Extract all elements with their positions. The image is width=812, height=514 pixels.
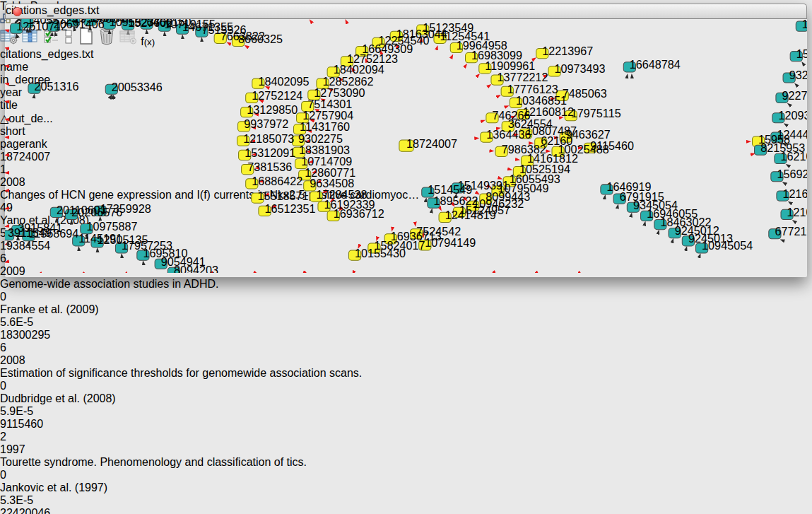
graph-node-label: 10945054 [702,239,753,252]
black-edge [16,94,34,273]
cell-name: 9115460 [0,418,812,431]
graph-node-label: 2051316 [35,80,79,93]
black-edge [596,74,628,273]
graph-node-label: 9227342 [782,89,807,102]
black-edge [780,240,806,254]
graph-node-label: 15518571 [257,189,308,202]
graph-node-label: 7485063 [563,87,607,100]
red-edge [397,44,406,146]
black-edge [201,37,209,273]
graph-node-label: 12160812 [523,105,574,118]
graph-node-label: 20053346 [112,81,163,93]
black-edge [28,242,30,274]
black-edge [589,195,605,273]
red-edge [392,146,406,231]
graph-node-label: 16648784 [630,58,681,71]
cell-in_degree: 2 [0,431,812,443]
black-edge [8,241,10,274]
black-edge [603,204,618,273]
red-edge [377,146,406,240]
graph-node-label: 10973493 [555,62,606,75]
black-edge [182,35,199,273]
graph-node-label: 18402095 [258,75,309,88]
red-edge [406,146,423,238]
graph-node-label: 8094203 [174,264,218,274]
red-edge [406,64,467,146]
graph-node-label: 15751074 [796,47,807,60]
black-edge [678,247,687,273]
cell-out_de: 0 [0,469,812,481]
black-edge [662,239,673,274]
graph-node-label: 1895622 [433,194,478,207]
table-row[interactable]: 1830029562008Estimation of significance … [0,329,812,418]
graph-node-label: 11568694 [28,227,78,240]
black-edge [647,230,659,274]
graph-node-label: 1364436 [486,128,531,141]
graph-node-label: 1244415 [777,128,807,141]
black-edge [18,236,20,274]
network-svg: 7663822866032518163044122545401664930912… [5,19,807,273]
cell-out_de: 0 [0,380,812,392]
application-root: citations_edges.txt 76638228660325181630… [0,0,812,514]
black-edge [98,248,100,273]
table-row[interactable]: 911546021997Tourette syndrome. Phenomeno… [0,418,812,507]
cell-pagerank: 5.3E-5 [0,494,812,507]
graph-node-label: 17975115 [571,107,621,119]
table-row[interactable]: 2242004622012Investigating the contribut… [0,507,812,514]
red-edge [406,46,437,146]
graph-node-label: 1569237 [777,168,807,180]
graph-node-label: 17359928 [100,202,151,215]
graph-node-label: 9937972 [244,117,288,130]
graph-node-label: 10155430 [355,247,406,259]
window-frame: 7663822866032518163044122545401664930912… [5,19,807,276]
graph-node-label: 12160545 [783,187,807,200]
graph-node-label: 12414819 [445,209,496,221]
minimize-window-icon[interactable] [27,7,36,16]
graph-node-label: 9329966 [789,69,807,81]
graph-node-label: 12213967 [542,45,593,57]
cell-out_de: 0 [0,291,812,303]
black-edge [165,32,177,273]
cell-short: Dudbridge et al. (2008) [0,392,812,405]
graph-node-label: 15312091 [245,146,295,159]
graph-node-label: 7381536 [247,160,292,173]
black-edge [618,213,632,273]
cell-year: 1997 [0,443,812,456]
graph-node-label: 16936712 [334,207,384,220]
network-canvas[interactable]: 7663822866032518163044122545401664930912… [5,19,807,276]
graph-node-label: 16512351 [265,202,316,215]
cell-name: 22420046 [0,507,812,514]
graph-node-label: 6772195 [775,225,807,238]
cell-name: 18300295 [0,329,812,341]
graph-node-label: 10975887 [86,220,137,233]
graph-node-label: 7515526 [201,23,246,36]
cell-short: Jankovic et al. (1997) [0,481,812,494]
cell-title: Estimation of significance thresholds fo… [0,367,812,380]
graph-node-label: 12185073 [243,132,294,145]
graph-node-label: 16210643 [780,150,806,163]
black-edge [693,254,700,273]
graph-node-label: 12104181 [787,206,807,218]
black-edge [122,254,124,273]
red-edge [406,146,416,226]
window-titlebar[interactable]: citations_edges.txt [5,4,807,19]
cell-pagerank: 5.6E-5 [0,316,812,329]
graph-node-label: 1209387 [778,109,806,122]
close-window-icon[interactable] [13,7,22,16]
graph-node-label: 18724007 [406,137,457,150]
graph-node-label: 13129850 [247,103,298,116]
cell-short: Franke et al. (2009) [0,303,812,316]
cell-title: Tourette syndrome. Phenomenology and cla… [0,456,812,469]
black-edge [632,222,645,274]
cell-pagerank: 5.9E-5 [0,405,812,418]
black-edge [632,74,649,273]
black-edge [78,247,81,273]
red-edge [406,146,502,179]
window-title: citations_edges.txt [6,4,806,17]
traffic-lights [13,7,50,16]
cell-in_degree: 6 [0,341,812,354]
graph-node-label: 1595810 [802,19,807,30]
red-edge [406,54,453,146]
cell-title: Genome-wide association studies in ADHD. [0,278,812,291]
zoom-window-icon[interactable] [41,7,50,16]
